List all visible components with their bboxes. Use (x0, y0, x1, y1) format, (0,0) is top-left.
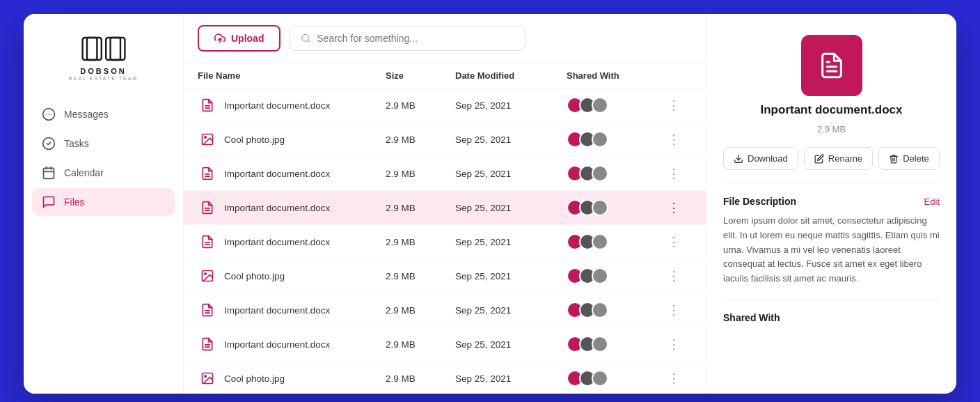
search-icon (301, 33, 311, 44)
file-name: Important document.docx (224, 100, 330, 111)
shared-avatars (567, 233, 664, 250)
avatar-3 (592, 165, 608, 182)
shared-avatars (567, 97, 664, 114)
upload-icon (214, 33, 226, 44)
file-name-cell: Important document.docx (198, 198, 386, 217)
sidebar-item-files[interactable]: Files (32, 188, 175, 216)
tasks-label: Tasks (64, 138, 89, 149)
file-date: Sep 25, 2021 (455, 305, 567, 316)
file-table: File Name Size Date Modified Shared With… (184, 63, 706, 394)
delete-button[interactable]: Delete (878, 147, 940, 170)
edit-link[interactable]: Edit (924, 196, 940, 207)
avatar-3 (592, 131, 608, 148)
app-container: DOBSON REAL ESTATE TEAM Messages (24, 14, 956, 394)
shared-avatars (567, 165, 664, 182)
shared-avatars (567, 370, 664, 387)
calendar-label: Calendar (64, 167, 104, 178)
file-date: Sep 25, 2021 (455, 100, 567, 111)
main-content: Upload File Name Size Date Modified Shar… (184, 14, 706, 394)
right-panel: Inportant document.docx 2.9 MB Download … (706, 14, 956, 394)
nav-menu: Messages Tasks (24, 100, 183, 216)
file-size: 2.9 MB (386, 237, 455, 247)
table-row[interactable]: Important document.docx 2.9 MB Sep 25, 2… (184, 88, 706, 123)
logo-icon (81, 35, 126, 63)
file-date: Sep 25, 2021 (455, 339, 567, 350)
file-name-cell: Important document.docx (198, 95, 386, 115)
shared-avatars (567, 199, 664, 216)
file-name: Important document.docx (224, 169, 330, 179)
file-name-cell: Important document.docx (198, 300, 386, 320)
sidebar: DOBSON REAL ESTATE TEAM Messages (24, 14, 184, 394)
file-size: 2.9 MB (386, 271, 455, 281)
sidebar-item-tasks[interactable]: Tasks (32, 130, 175, 157)
svg-point-24 (205, 273, 207, 275)
upload-label: Upload (231, 33, 264, 44)
col-filename: File Name (198, 70, 386, 81)
file-size: 2.9 MB (386, 305, 455, 316)
file-name-cell: Important document.docx (198, 164, 386, 183)
upload-button[interactable]: Upload (198, 25, 280, 52)
file-size: 2.9 MB (386, 100, 455, 111)
messages-icon (42, 107, 56, 121)
file-type-icon (198, 369, 217, 388)
more-options-button[interactable]: ⋮ (664, 369, 683, 388)
avatar-3 (592, 233, 608, 250)
download-icon (734, 154, 743, 164)
avatar-3 (592, 336, 608, 353)
table-row[interactable]: Important document.docx 2.9 MB Sep 25, 2… (184, 327, 706, 362)
search-bar[interactable] (289, 26, 525, 51)
file-date: Sep 25, 2021 (455, 373, 567, 384)
rename-button[interactable]: Rename (804, 147, 873, 170)
table-row[interactable]: Important document.docx 2.9 MB Sep 25, 2… (184, 191, 706, 225)
divider-2 (723, 299, 940, 300)
file-name: Important document.docx (224, 339, 330, 350)
brand-subtitle: REAL ESTATE TEAM (69, 76, 138, 81)
sidebar-item-calendar[interactable]: Calendar (32, 159, 175, 187)
table-header: File Name Size Date Modified Shared With (184, 63, 706, 88)
more-options-button[interactable]: ⋮ (664, 334, 683, 354)
panel-file-size: 2.9 MB (817, 124, 846, 134)
table-row[interactable]: Cool photo.jpg 2.9 MB Sep 25, 2021 ⋮ (184, 362, 706, 394)
file-date: Sep 25, 2021 (455, 134, 567, 145)
more-options-button[interactable]: ⋮ (664, 198, 683, 217)
file-date: Sep 25, 2021 (455, 169, 567, 179)
description-header-row: File Description Edit (723, 196, 940, 207)
shared-avatars (567, 302, 664, 318)
sidebar-item-messages[interactable]: Messages (32, 100, 175, 128)
file-size: 2.9 MB (386, 339, 455, 350)
file-size: 2.9 MB (386, 134, 455, 145)
table-row[interactable]: Important document.docx 2.9 MB Sep 25, 2… (184, 157, 706, 191)
file-type-icon (198, 95, 217, 115)
calendar-icon (42, 166, 56, 180)
svg-point-30 (205, 376, 207, 378)
table-row[interactable]: Important document.docx 2.9 MB Sep 25, 2… (184, 225, 706, 259)
avatar-3 (592, 370, 608, 387)
file-name: Important document.docx (224, 203, 330, 213)
avatar-3 (592, 97, 608, 114)
search-input[interactable] (317, 33, 514, 44)
files-icon (42, 195, 56, 209)
action-buttons: Download Rename Delete (723, 147, 940, 170)
file-name-cell: Important document.docx (198, 334, 386, 354)
col-shared: Shared With (567, 70, 664, 81)
more-options-button[interactable]: ⋮ (664, 232, 683, 252)
table-row[interactable]: Cool photo.jpg 2.9 MB Sep 25, 2021 ⋮ (184, 123, 706, 157)
file-name-cell: Cool photo.jpg (198, 369, 386, 388)
rename-icon (814, 154, 824, 164)
file-name: Important document.docx (224, 237, 330, 247)
table-row[interactable]: Cool photo.jpg 2.9 MB Sep 25, 2021 ⋮ (184, 259, 706, 293)
download-button[interactable]: Download (723, 147, 798, 170)
file-type-icon (198, 300, 217, 320)
delete-icon (889, 154, 899, 164)
file-type-icon (198, 266, 217, 286)
more-options-button[interactable]: ⋮ (664, 164, 683, 183)
more-options-button[interactable]: ⋮ (664, 130, 683, 149)
more-options-button[interactable]: ⋮ (664, 266, 683, 286)
file-size: 2.9 MB (386, 203, 455, 213)
table-row[interactable]: Important document.docx 2.9 MB Sep 25, 2… (184, 293, 706, 327)
more-options-button[interactable]: ⋮ (664, 95, 683, 115)
doc-preview-icon (818, 52, 846, 79)
svg-line-12 (308, 40, 310, 42)
more-options-button[interactable]: ⋮ (664, 300, 683, 320)
shared-with-section: Shared With (723, 312, 940, 323)
